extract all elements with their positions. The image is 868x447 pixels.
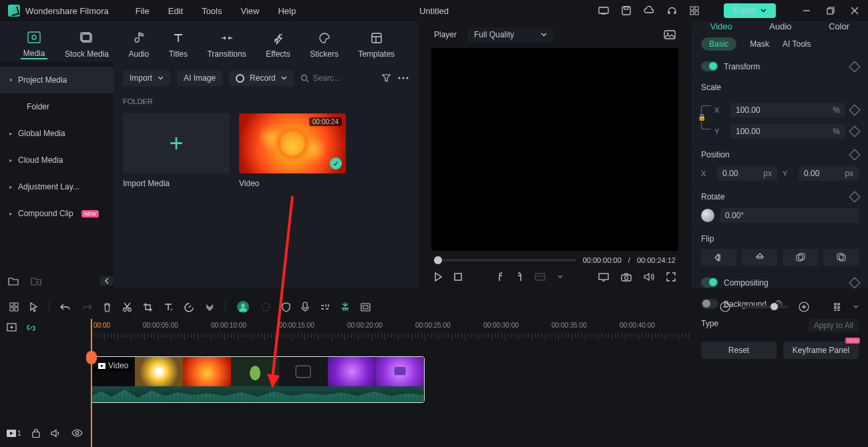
keyframe-icon[interactable] — [849, 149, 861, 161]
add-track-icon[interactable] — [7, 323, 17, 333]
marker-icon[interactable] — [341, 302, 350, 312]
delete-icon[interactable] — [103, 302, 112, 312]
view-grid-icon[interactable] — [833, 302, 843, 312]
import-media-card[interactable]: + Import Media — [123, 113, 230, 188]
text-icon[interactable] — [164, 302, 173, 312]
play-icon[interactable] — [434, 272, 442, 282]
playhead[interactable] — [91, 319, 92, 447]
position-y-input[interactable]: 0.00px — [799, 166, 859, 181]
position-x-input[interactable]: 0.00px — [717, 166, 777, 181]
lock-track-icon[interactable] — [32, 428, 40, 438]
subtab-basic[interactable]: Basic — [701, 37, 736, 51]
ai-avatar-icon[interactable] — [236, 300, 250, 314]
menu-tools[interactable]: Tools — [202, 6, 222, 16]
shield-icon[interactable] — [282, 302, 290, 312]
zoom-in-icon[interactable] — [799, 302, 809, 312]
link-icon[interactable] — [26, 323, 36, 333]
menu-view[interactable]: View — [240, 6, 259, 16]
prop-tab-color[interactable]: Color — [829, 21, 849, 31]
mark-out-icon[interactable] — [516, 272, 523, 282]
menu-help[interactable]: Help — [278, 6, 296, 16]
mark-in-icon[interactable] — [497, 272, 504, 282]
transform-toggle[interactable] — [701, 61, 718, 71]
fullscreen-icon[interactable] — [666, 272, 676, 282]
prop-tab-video[interactable]: Video — [710, 21, 732, 31]
new-folder-icon[interactable] — [8, 276, 19, 286]
cloud-icon[interactable] — [644, 5, 654, 16]
redo-icon[interactable] — [81, 303, 92, 311]
preview-scrubber[interactable] — [434, 259, 576, 262]
close-icon[interactable] — [849, 5, 860, 16]
tab-stock-media[interactable]: Stock Media — [62, 31, 112, 59]
tab-templates[interactable]: Templates — [355, 31, 397, 59]
filter-icon[interactable] — [381, 73, 391, 83]
tab-effects[interactable]: Effects — [263, 31, 292, 59]
flip-vertical-button[interactable] — [742, 249, 777, 266]
scale-y-input[interactable]: 100.00% — [730, 124, 845, 139]
subtab-ai-tools[interactable]: AI Tools — [783, 39, 811, 49]
flip-copy1-button[interactable] — [783, 249, 818, 266]
chevron-down-icon[interactable] — [853, 305, 859, 309]
search-input[interactable] — [300, 73, 375, 83]
save-icon[interactable] — [621, 5, 632, 16]
menu-file[interactable]: File — [136, 6, 150, 16]
scale-x-input[interactable]: 100.00% — [730, 103, 845, 117]
tab-stickers[interactable]: Stickers — [307, 31, 341, 59]
render-icon[interactable] — [361, 303, 371, 312]
volume-icon[interactable] — [644, 272, 654, 282]
grid-icon[interactable] — [9, 302, 19, 312]
stop-icon[interactable] — [454, 273, 462, 281]
support-icon[interactable] — [666, 5, 677, 16]
sidebar-adjustment-layer[interactable]: ▸Adjustment Lay... — [0, 173, 114, 200]
compositing-toggle[interactable] — [701, 278, 718, 288]
display-icon[interactable] — [598, 273, 609, 282]
collapse-sidebar-icon[interactable] — [100, 276, 114, 286]
keyframe-icon[interactable] — [849, 105, 861, 116]
minimize-icon[interactable] — [801, 5, 812, 16]
device-icon[interactable] — [598, 5, 609, 16]
quality-dropdown[interactable]: Full Quality — [467, 27, 554, 42]
apps-icon[interactable] — [689, 5, 700, 16]
flip-copy2-button[interactable] — [823, 249, 859, 266]
menu-edit[interactable]: Edit — [168, 6, 183, 16]
zoom-slider[interactable] — [741, 306, 788, 308]
hide-track-icon[interactable] — [71, 429, 83, 437]
tab-audio[interactable]: Audio — [126, 31, 152, 59]
keyframe-icon[interactable] — [849, 61, 861, 72]
video-clip-card[interactable]: 00:00:24 ✓ Video — [239, 113, 346, 188]
more-icon[interactable] — [398, 77, 409, 79]
color-icon[interactable] — [260, 302, 271, 312]
sidebar-compound-clip[interactable]: ▸Compound ClipNEW — [0, 200, 114, 227]
link-scale-icon[interactable]: 🔒 — [701, 105, 710, 129]
sidebar-cloud-media[interactable]: ▸Cloud Media — [0, 147, 114, 173]
maximize-icon[interactable] — [825, 5, 836, 16]
background-toggle[interactable] — [701, 299, 718, 309]
audio-mix-icon[interactable] — [320, 303, 330, 312]
rotate-input[interactable]: 0.00° — [720, 208, 859, 223]
undo-icon[interactable] — [60, 303, 71, 311]
mic-icon[interactable] — [301, 302, 309, 312]
sidebar-global-media[interactable]: ▸Global Media — [0, 120, 114, 147]
select-icon[interactable] — [29, 302, 38, 312]
video-track-icon[interactable]: 1 — [7, 430, 21, 437]
preview-viewport[interactable] — [431, 48, 678, 251]
keyframe-icon[interactable] — [849, 191, 861, 203]
tab-titles[interactable]: Titles — [166, 31, 190, 59]
keyframe-icon[interactable] — [849, 126, 861, 137]
snapshot-icon[interactable] — [664, 30, 676, 39]
cut-icon[interactable] — [122, 302, 132, 312]
flip-horizontal-button[interactable] — [701, 249, 736, 266]
speed-icon[interactable] — [184, 302, 194, 312]
zoom-out-icon[interactable] — [720, 302, 730, 312]
more-tools-icon[interactable] — [205, 304, 214, 310]
keyframe-icon[interactable] — [849, 277, 861, 288]
sidebar-project-media[interactable]: ▾Project Media — [0, 67, 114, 93]
record-dropdown[interactable]: Record — [229, 70, 294, 86]
import-dropdown[interactable]: Import — [123, 70, 170, 86]
export-button[interactable]: Export — [724, 3, 776, 18]
rotate-knob[interactable] — [701, 209, 714, 222]
timeline-clip[interactable]: Video — [91, 356, 425, 403]
aspect-icon[interactable] — [535, 273, 546, 281]
mute-track-icon[interactable] — [51, 429, 61, 438]
ai-image-button[interactable]: AI Image — [177, 70, 222, 86]
